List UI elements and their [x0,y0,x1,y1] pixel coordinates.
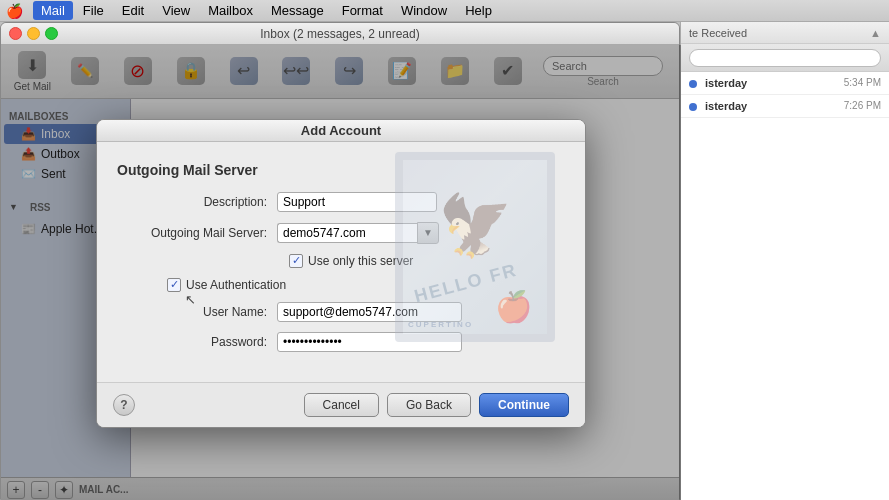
description-label: Description: [117,195,277,209]
server-label: Outgoing Mail Server: [117,226,277,240]
go-back-button[interactable]: Go Back [387,393,471,417]
email-row[interactable]: isterday 7:26 PM [681,95,889,118]
email-from: isterday [705,77,836,89]
menu-format[interactable]: Format [334,1,391,20]
email-time: 7:26 PM [844,100,881,112]
menu-edit[interactable]: Edit [114,1,152,20]
watermark: dumo∩s ® [814,480,879,494]
server-dropdown-button[interactable]: ▼ [417,222,439,244]
right-panel: te Received ▲ isterday 5:34 PM isterday … [680,22,889,500]
use-only-label: Use only this server [308,254,413,268]
server-input-wrapper: ▼ [277,222,439,244]
use-only-row: ✓ Use only this server [289,254,555,268]
unread-dot [689,103,697,111]
modal-body: 🦅 HELLO FR 🍎 CUPERTINO Outgoing Mail Ser… [97,142,585,382]
description-row: Description: [117,192,555,212]
apple-menu[interactable]: 🍎 [6,3,23,19]
date-received-label: te Received [689,27,747,39]
menu-bar: 🍎 Mail File Edit View Mailbox Message Fo… [0,0,889,22]
email-time: 5:34 PM [844,77,881,89]
minimize-button[interactable] [27,27,40,40]
menu-mail[interactable]: Mail [33,1,73,20]
menu-mailbox[interactable]: Mailbox [200,1,261,20]
password-input[interactable] [277,332,462,352]
mail-window: Inbox (2 messages, 2 unread) ⬇ Get Mail … [0,22,680,500]
continue-button[interactable]: Continue [479,393,569,417]
stamp-decoration: 🦅 HELLO FR 🍎 CUPERTINO [395,152,565,352]
unread-dot [689,80,697,88]
right-panel-header: te Received ▲ [681,22,889,44]
username-input[interactable] [277,302,462,322]
use-auth-row: ✓ Use Authentication ↖ [167,278,555,292]
cancel-button[interactable]: Cancel [304,393,379,417]
title-bar: Inbox (2 messages, 2 unread) [1,23,679,45]
traffic-lights [9,27,58,40]
use-only-checkbox[interactable]: ✓ [289,254,303,268]
add-account-modal: Add Account 🦅 HELLO FR 🍎 CUPERTINO Outgo… [96,119,586,428]
menu-view[interactable]: View [154,1,198,20]
section-title: Outgoing Mail Server [117,162,555,178]
password-row: Password: [117,332,555,352]
email-from: isterday [705,100,836,112]
right-search-bar [681,44,889,72]
menu-file[interactable]: File [75,1,112,20]
modal-footer: ? Cancel Go Back Continue [97,382,585,427]
right-search-input[interactable] [689,49,881,67]
modal-overlay: Add Account 🦅 HELLO FR 🍎 CUPERTINO Outgo… [1,45,681,500]
window-title: Inbox (2 messages, 2 unread) [260,27,419,41]
menu-window[interactable]: Window [393,1,455,20]
menu-help[interactable]: Help [457,1,500,20]
maximize-button[interactable] [45,27,58,40]
password-label: Password: [117,335,277,349]
use-auth-label: Use Authentication [186,278,286,292]
email-info: isterday [705,77,836,89]
email-row[interactable]: isterday 5:34 PM [681,72,889,95]
email-info: isterday [705,100,836,112]
server-input[interactable] [277,223,417,243]
description-input[interactable] [277,192,437,212]
username-label: User Name: [117,305,277,319]
scroll-arrow-icon: ▲ [870,27,881,39]
close-button[interactable] [9,27,22,40]
username-row: User Name: [117,302,555,322]
modal-title: Add Account [301,123,381,138]
modal-title-bar: Add Account [97,120,585,142]
menu-message[interactable]: Message [263,1,332,20]
use-auth-checkbox[interactable]: ✓ [167,278,181,292]
help-button[interactable]: ? [113,394,135,416]
server-row: Outgoing Mail Server: ▼ [117,222,555,244]
